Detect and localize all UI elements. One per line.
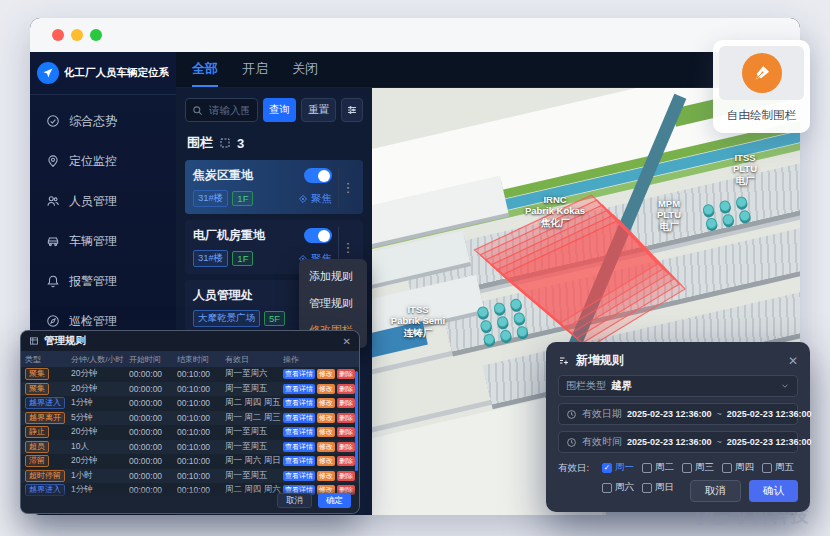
delete-button[interactable]: 删除 [337,471,355,481]
day-checkbox[interactable]: ✓ 周三 [682,461,714,474]
edit-button[interactable]: 修改 [317,369,335,379]
sidebar-item-label: 巡检管理 [69,313,117,330]
edit-button[interactable]: 修改 [317,442,335,452]
focus-button[interactable]: 聚焦 [298,192,332,206]
fence-toggle[interactable] [304,228,332,243]
table-row: 静止 20分钟 00:00:00 00:10:00 周一至周五 查看详情 修改 … [21,425,359,440]
tab[interactable]: 全部 [192,52,218,87]
tab-label: 全部 [192,60,218,78]
fence-type-label: 围栏类型 [566,379,606,393]
sidebar-item[interactable]: 报警管理 [30,261,176,301]
day-checkbox[interactable]: ✓ 周五 [762,461,794,474]
rule-valid-days: 周一至周五 [225,426,283,438]
chevron-down-icon [780,381,790,391]
delete-button[interactable]: 删除 [337,427,355,437]
rule-end-time: 00:10:00 [177,471,225,481]
column-header: 类型 [25,354,71,365]
rule-icon [558,355,570,367]
tabs-bar: 全部 开启 关闭 [176,52,800,88]
rule-value: 1小时 [71,470,129,482]
edit-button[interactable]: 修改 [317,398,335,408]
rules-modal-title: 管理规则 [44,334,338,348]
scrollbar[interactable] [355,371,358,471]
rule-valid-days: 周一 周二 周三 周四 周六 周日 [225,412,283,424]
view-detail-button[interactable]: 查看详情 [283,384,315,394]
edit-button[interactable]: 修改 [317,384,335,394]
sidebar-item[interactable]: 车辆管理 [30,221,176,261]
tab[interactable]: 开启 [242,52,268,87]
draw-tool-card: 自由绘制围栏 [713,40,810,133]
day-checkbox[interactable]: ✓ 周二 [642,461,674,474]
search-row: 查询 重置 [185,98,363,122]
rule-value: 1分钟 [71,397,129,409]
view-detail-button[interactable]: 查看详情 [283,442,315,452]
confirm-button[interactable]: 确认 [749,480,798,502]
cancel-button[interactable]: 取消 [690,480,741,502]
day-label: 周一 [615,461,634,474]
view-detail-button[interactable]: 查看详情 [283,398,315,408]
delete-button[interactable]: 删除 [337,442,355,452]
delete-button[interactable]: 删除 [337,398,355,408]
column-header: 有效日 [225,354,283,365]
delete-button[interactable]: 删除 [337,384,355,394]
edit-button[interactable]: 修改 [317,427,335,437]
delete-button[interactable]: 删除 [337,369,355,379]
sidebar-item[interactable]: 定位监控 [30,141,176,181]
table-cancel-button[interactable]: 取消 [277,493,312,508]
view-detail-button[interactable]: 查看详情 [283,471,315,481]
time-start: 2025-02-23 12:36:00 [627,437,712,447]
fence-type-value: 越界 [611,379,632,393]
day-checkbox[interactable]: ✓ 周一 [602,461,634,474]
edit-button[interactable]: 修改 [317,471,335,481]
map-label: MPMPLTU电厂 [644,198,694,232]
fence-search-field[interactable] [207,103,251,117]
rule-valid-days: 周二 周四 周五 周日 [225,397,283,409]
view-detail-button[interactable]: 查看详情 [283,456,315,466]
table-row: 聚集 20分钟 00:00:00 00:10:00 周一至周六 查看详情 修改 … [21,367,359,382]
close-window-button[interactable] [52,29,64,41]
close-icon[interactable]: ✕ [343,336,351,347]
view-detail-button[interactable]: 查看详情 [283,427,315,437]
fence-list-item[interactable]: 焦炭区重地 31#楼 1F 聚焦 ⋮ [185,160,363,214]
view-detail-button[interactable]: 查看详情 [283,369,315,379]
day-checkbox[interactable]: ✓ 周四 [722,461,754,474]
edit-button[interactable]: 修改 [317,456,335,466]
zoom-window-button[interactable] [90,29,102,41]
free-draw-fence-button[interactable] [719,46,804,100]
close-icon[interactable]: ✕ [788,354,798,368]
window-titlebar [30,18,800,52]
tab[interactable]: 关闭 [292,52,318,87]
reset-button[interactable]: 重置 [301,98,336,122]
query-button[interactable]: 查询 [263,98,296,122]
fence-type-select[interactable]: 围栏类型 越界 [558,375,798,397]
day-checkbox[interactable]: ✓ 周六 [602,481,634,494]
edit-button[interactable]: 修改 [317,413,335,423]
checkbox-icon: ✓ [682,463,692,473]
sidebar-item[interactable]: 人员管理 [30,181,176,221]
sidebar-item[interactable]: 综合态势 [30,101,176,141]
minimize-window-button[interactable] [71,29,83,41]
delete-button[interactable]: 删除 [337,413,355,423]
rule-valid-days: 周一至周五 [225,441,283,453]
rule-end-time: 00:10:00 [177,456,225,466]
sidebar-item-label: 人员管理 [69,193,117,210]
rule-end-time: 00:10:00 [177,413,225,423]
day-checkbox[interactable]: ✓ 周日 [642,481,674,494]
filter-button[interactable] [341,98,363,122]
more-actions-button[interactable]: ⋮ [338,167,357,207]
add-rule-title: 新增规则 [576,352,782,369]
fence-search-input[interactable] [185,98,258,122]
rule-start-time: 00:00:00 [129,398,177,408]
delete-button[interactable]: 删除 [337,456,355,466]
rule-type-tag: 静止 [25,426,49,438]
column-header: 开始时间 [129,354,177,365]
range-separator: ~ [717,437,722,447]
fence-name: 人员管理处 [193,287,253,304]
context-menu-item[interactable]: 添加规则 [299,263,367,290]
valid-date-range-picker[interactable]: 有效日期 2025-02-23 12:36:00 ~ 2025-02-23 12… [558,403,798,425]
context-menu-item[interactable]: 管理规则 [299,290,367,317]
fence-toggle[interactable] [304,168,332,183]
valid-time-range-picker[interactable]: 有效时间 2025-02-23 12:36:00 ~ 2025-02-23 12… [558,431,798,453]
view-detail-button[interactable]: 查看详情 [283,413,315,423]
table-ok-button[interactable]: 确定 [318,493,351,508]
